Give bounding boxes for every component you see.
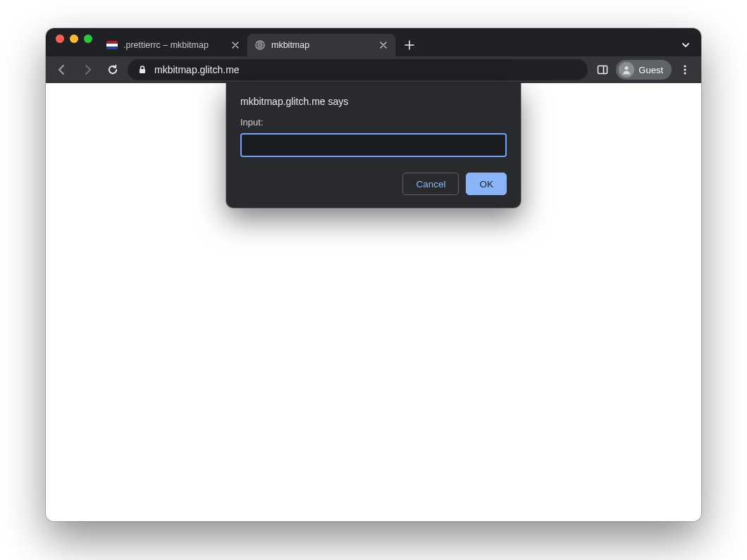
dialog-buttons: Cancel OK	[240, 173, 507, 195]
tab-mkbitmap[interactable]: mkbitmap	[247, 34, 395, 56]
close-tab-button[interactable]	[378, 40, 388, 50]
reload-button[interactable]	[102, 59, 123, 80]
browser-window: .prettierrc – mkbitmap mkbitmap	[46, 28, 701, 521]
lock-icon	[137, 65, 147, 75]
dialog-origin: mkbitmap.glitch.me says	[240, 96, 507, 107]
ok-button[interactable]: OK	[466, 173, 507, 195]
profile-label: Guest	[638, 65, 663, 75]
back-button[interactable]	[51, 59, 73, 80]
overflow-menu-button[interactable]	[674, 59, 696, 80]
svg-point-7	[684, 68, 686, 70]
tab-strip: .prettierrc – mkbitmap mkbitmap	[46, 28, 701, 56]
forward-button[interactable]	[77, 59, 98, 80]
close-tab-button[interactable]	[230, 40, 240, 50]
address-bar[interactable]: mkbitmap.glitch.me	[128, 59, 588, 80]
dialog-prompt-label: Input:	[240, 117, 507, 127]
side-panel-button[interactable]	[592, 59, 613, 80]
js-prompt-dialog: mkbitmap.glitch.me says Input: Cancel OK	[226, 83, 521, 208]
close-window-button[interactable]	[56, 35, 64, 43]
svg-rect-2	[140, 69, 145, 73]
zoom-window-button[interactable]	[84, 35, 92, 43]
dialog-input[interactable]	[240, 133, 507, 157]
svg-point-8	[684, 72, 686, 74]
avatar-icon	[619, 62, 634, 77]
minimize-window-button[interactable]	[70, 35, 78, 43]
tab-title: .prettierrc – mkbitmap	[123, 40, 225, 50]
profile-button[interactable]: Guest	[616, 60, 672, 80]
tab-title: mkbitmap	[271, 40, 373, 50]
window-controls	[51, 35, 99, 50]
svg-point-5	[625, 66, 629, 70]
toolbar-right: Guest	[592, 59, 696, 80]
toolbar: mkbitmap.glitch.me Guest	[46, 56, 701, 83]
svg-point-6	[684, 65, 686, 67]
cancel-button[interactable]: Cancel	[402, 173, 459, 195]
globe-icon	[254, 39, 266, 51]
window-menu-button[interactable]	[676, 35, 696, 55]
tab-prettierrc[interactable]: .prettierrc – mkbitmap	[99, 34, 247, 56]
new-tab-button[interactable]	[400, 35, 419, 55]
url-text: mkbitmap.glitch.me	[154, 64, 240, 75]
svg-rect-3	[598, 66, 607, 74]
flag-icon	[106, 39, 118, 51]
